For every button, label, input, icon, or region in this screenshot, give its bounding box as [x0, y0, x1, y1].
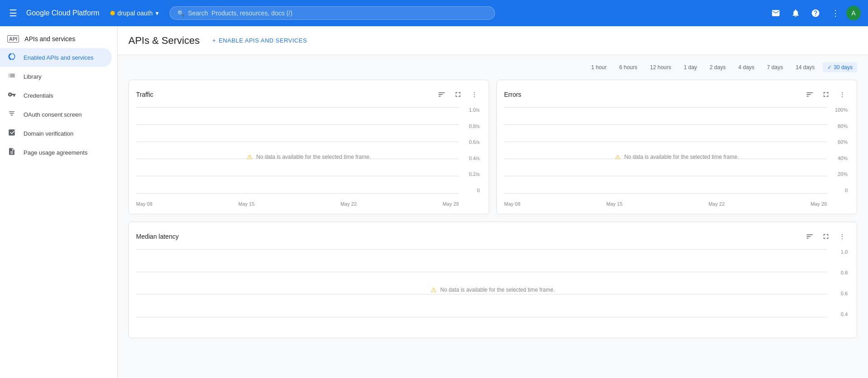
search-bar[interactable]: 🔍: [170, 6, 495, 20]
search-input[interactable]: [188, 9, 487, 17]
warning-icon: ⚠: [431, 286, 437, 293]
y-label: 0.8/s: [469, 123, 480, 129]
time-btn-2days[interactable]: 2 days: [705, 62, 730, 72]
enable-btn-label: ENABLE APIS AND SERVICES: [219, 37, 307, 44]
enabled-icon: [7, 52, 16, 62]
time-btn-30days[interactable]: ✓ 30 days: [823, 62, 857, 72]
time-btn-7days[interactable]: 7 days: [763, 62, 788, 72]
y-label: 1.0: [841, 249, 848, 255]
time-btn-6hours[interactable]: 6 hours: [615, 62, 642, 72]
project-selector[interactable]: drupal oauth ▾: [107, 8, 162, 19]
latency-chart-title: Median latency: [136, 233, 179, 240]
time-btn-12hours[interactable]: 12 hours: [646, 62, 676, 72]
warning-icon: ⚠: [615, 153, 621, 161]
sidebar-item-oauth[interactable]: OAuth consent screen: [0, 105, 112, 124]
errors-chart-title: Errors: [504, 91, 521, 98]
x-label: May 29: [811, 201, 827, 207]
y-label: 0.4: [841, 312, 848, 317]
avatar[interactable]: A: [846, 6, 861, 20]
time-btn-1day[interactable]: 1 day: [679, 62, 702, 72]
time-btn-4days[interactable]: 4 days: [734, 62, 759, 72]
errors-chart-actions: ⋮: [802, 87, 849, 102]
errors-chart-area: 100% 80% 60% 40% 20% 0 ⚠ No data is avai…: [504, 107, 849, 207]
search-icon: 🔍: [177, 10, 184, 17]
app-logo: Google Cloud Platform: [26, 9, 99, 17]
help-icon[interactable]: [807, 4, 825, 22]
errors-grid: [504, 107, 827, 193]
latency-no-data: ⚠ No data is available for the selected …: [431, 286, 555, 293]
y-label: 20%: [838, 171, 848, 177]
more-options-icon[interactable]: ⋮: [826, 4, 844, 22]
sidebar-item-page-usage[interactable]: Page usage agreements: [0, 143, 112, 162]
x-label: May 08: [504, 201, 520, 207]
api-icon: API: [7, 35, 19, 43]
email-icon[interactable]: [767, 4, 785, 22]
traffic-more-btn[interactable]: ⋮: [467, 87, 481, 102]
latency-more-btn[interactable]: ⋮: [835, 229, 849, 244]
latency-chart-actions: ⋮: [802, 229, 849, 244]
traffic-chart-header: Traffic ⋮: [136, 87, 481, 102]
top-navigation: ☰ Google Cloud Platform drupal oauth ▾ 🔍…: [0, 0, 868, 26]
errors-more-btn[interactable]: ⋮: [835, 87, 849, 102]
time-btn-14days[interactable]: 14 days: [791, 62, 819, 72]
warning-icon: ⚠: [247, 153, 253, 161]
traffic-chart-area: 1.0/s 0.8/s 0.6/s 0.4/s 0.2/s 0 ⚠ No dat…: [136, 107, 481, 207]
latency-chart-header: Median latency ⋮: [136, 229, 849, 244]
traffic-legend-btn[interactable]: [434, 87, 449, 102]
traffic-chart-actions: ⋮: [434, 87, 481, 102]
enable-apis-button[interactable]: + ENABLE APIS AND SERVICES: [207, 34, 312, 47]
errors-legend-btn[interactable]: [802, 87, 817, 102]
latency-grid: [136, 249, 827, 317]
y-label: 0.6/s: [469, 139, 480, 145]
sidebar-header: API APIs and services: [0, 30, 117, 48]
y-label: 0.6: [841, 291, 848, 296]
x-label: May 15: [606, 201, 623, 207]
errors-chart-card: Errors ⋮: [496, 80, 857, 214]
page-usage-icon: [7, 147, 16, 157]
sidebar-item-label-library: Library: [24, 73, 42, 80]
main-layout: API APIs and services Enabled APIs and s…: [0, 0, 868, 378]
time-btn-1hour[interactable]: 1 hour: [587, 62, 611, 72]
x-label: May 22: [340, 201, 357, 207]
sidebar-item-label-page-usage: Page usage agreements: [24, 149, 88, 156]
traffic-fullscreen-btn[interactable]: [451, 87, 465, 102]
sidebar-item-label-credentials: Credentials: [24, 92, 53, 99]
sidebar-item-enabled[interactable]: Enabled APIs and services: [0, 48, 112, 67]
charts-row-1: Traffic ⋮: [128, 80, 857, 214]
app-title: Google Cloud Platform: [26, 9, 99, 17]
sidebar-item-label-enabled: Enabled APIs and services: [24, 54, 94, 61]
sidebar-title: APIs and services: [24, 35, 75, 43]
chevron-down-icon: ▾: [156, 9, 159, 17]
traffic-x-axis: May 08 May 15 May 22 May 29: [136, 199, 459, 207]
y-label: 80%: [838, 123, 848, 129]
y-label: 60%: [838, 139, 848, 145]
latency-legend-btn[interactable]: [802, 229, 817, 244]
sidebar-item-library[interactable]: Library: [0, 67, 112, 86]
page-header: APIs & Services + ENABLE APIS AND SERVIC…: [118, 26, 868, 55]
errors-fullscreen-btn[interactable]: [819, 87, 833, 102]
traffic-y-axis: 1.0/s 0.8/s 0.6/s 0.4/s 0.2/s 0: [459, 107, 481, 193]
traffic-grid: [136, 107, 459, 193]
latency-fullscreen-btn[interactable]: [819, 229, 833, 244]
x-label: May 22: [708, 201, 725, 207]
time-range-selector: 1 hour 6 hours 12 hours 1 day 2 days 4 d…: [128, 62, 857, 72]
nav-right-actions: ⋮ A: [767, 4, 861, 22]
y-label: 1.0/s: [469, 107, 480, 113]
errors-x-axis: May 08 May 15 May 22 May 29: [504, 199, 827, 207]
sidebar-item-credentials[interactable]: Credentials: [0, 86, 112, 105]
latency-y-axis: 1.0 0.8 0.6 0.4: [827, 249, 849, 317]
main-content-area: APIs & Services + ENABLE APIS AND SERVIC…: [118, 26, 868, 378]
x-label: May 08: [136, 201, 152, 207]
sidebar: API APIs and services Enabled APIs and s…: [0, 26, 118, 378]
menu-icon[interactable]: ☰: [7, 6, 19, 20]
y-label: 100%: [835, 107, 848, 113]
domain-icon: [7, 128, 16, 138]
y-label: 0.8: [841, 270, 848, 275]
checkmark-icon: ✓: [827, 64, 832, 71]
y-label: 0: [845, 188, 848, 193]
notifications-icon[interactable]: [787, 4, 805, 22]
credentials-icon: [7, 90, 16, 100]
y-label: 0.2/s: [469, 171, 480, 177]
sidebar-item-domain[interactable]: Domain verification: [0, 124, 112, 143]
x-label: May 15: [238, 201, 255, 207]
